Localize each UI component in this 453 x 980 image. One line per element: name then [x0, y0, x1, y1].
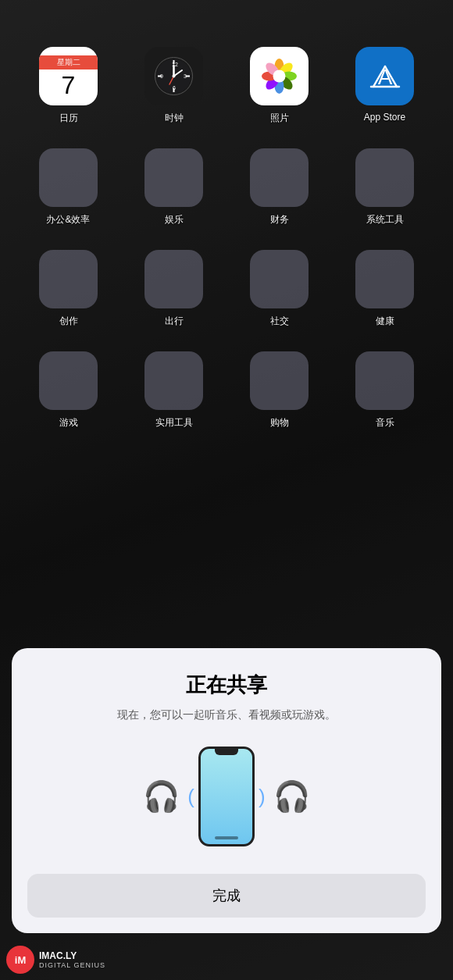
app-row-2: 办公&效率 娱乐: [16, 148, 437, 226]
watermark-name: IMAC.LY: [39, 950, 105, 961]
svg-text:6: 6: [173, 85, 176, 91]
folder-tools-box: [144, 351, 203, 410]
modal-title: 正在共享: [186, 672, 267, 699]
folder-system-label: 系统工具: [366, 213, 404, 226]
folder-entertainment[interactable]: 娱乐: [131, 148, 217, 226]
phone-device-icon: [198, 747, 255, 846]
folder-health[interactable]: 健康: [342, 250, 428, 328]
folder-finance-label: 财务: [270, 213, 289, 226]
left-sound-waves-icon: (: [187, 785, 194, 809]
folder-travel-label: 出行: [165, 315, 184, 328]
folder-tools[interactable]: 实用工具: [131, 351, 217, 429]
phone-notch: [215, 749, 238, 755]
app-row-3: 创作 出行: [16, 250, 437, 328]
photos-icon-box: [250, 47, 309, 105]
watermark-text: IMAC.LY DIGITAL GENIUS: [39, 950, 105, 969]
appstore-icon-box: A: [355, 47, 414, 105]
photos-app[interactable]: 照片: [237, 47, 323, 125]
folder-work-label: 办公&效率: [46, 213, 90, 226]
folder-music-box: [355, 351, 414, 410]
photos-label: 照片: [270, 112, 289, 125]
modal-subtitle: 现在，您可以一起听音乐、看视频或玩游戏。: [117, 707, 336, 723]
folder-system[interactable]: 系统工具: [342, 148, 428, 226]
folder-shopping-box: [250, 351, 309, 410]
folder-social[interactable]: 社交: [237, 250, 323, 328]
folder-social-label: 社交: [270, 315, 289, 328]
folder-social-box: [250, 250, 309, 308]
phone-home-bar: [215, 836, 238, 839]
folder-creative-label: 创作: [59, 315, 78, 328]
svg-text:12: 12: [172, 62, 178, 67]
folder-creative[interactable]: 创作: [26, 250, 112, 328]
folder-finance[interactable]: 财务: [237, 148, 323, 226]
clock-app[interactable]: 12 3 6 9 时钟: [131, 47, 217, 125]
calendar-app[interactable]: 星期二 7 日历: [26, 47, 112, 125]
right-sound-waves-icon: ): [259, 785, 266, 809]
folder-shopping-label: 购物: [270, 416, 289, 429]
folder-system-box: [355, 148, 414, 207]
svg-text:3: 3: [184, 73, 187, 79]
svg-text:9: 9: [160, 73, 163, 79]
calendar-icon-box: 星期二 7: [39, 47, 98, 105]
cal-day: 星期二: [39, 55, 98, 69]
folder-work-box: [39, 148, 98, 207]
app-row-1: 星期二 7 日历 12 3 6 9: [16, 47, 437, 125]
calendar-label: 日历: [59, 112, 78, 125]
watermark-tagline: DIGITAL GENIUS: [39, 961, 105, 969]
folder-music-label: 音乐: [376, 416, 394, 429]
folder-finance-box: [250, 148, 309, 207]
sharing-modal: 正在共享 现在，您可以一起听音乐、看视频或玩游戏。 🎧 ( ) 🎧 完成: [12, 648, 441, 933]
clock-icon-box: 12 3 6 9: [144, 47, 203, 105]
appstore-app[interactable]: A App Store: [342, 47, 428, 125]
folder-games-box: [39, 351, 98, 410]
folder-health-label: 健康: [376, 315, 394, 328]
clock-label: 时钟: [165, 112, 184, 125]
folder-work[interactable]: 办公&效率: [26, 148, 112, 226]
svg-point-23: [273, 70, 286, 83]
folder-entertainment-box: [144, 148, 203, 207]
folder-entertainment-label: 娱乐: [165, 213, 184, 226]
appstore-label: App Store: [364, 112, 405, 123]
app-row-4: 游戏 实用工具: [16, 351, 437, 429]
appstore-svg: A: [366, 57, 405, 96]
done-button[interactable]: 完成: [27, 874, 426, 918]
folder-travel[interactable]: 出行: [131, 250, 217, 328]
right-headphone-icon: 🎧: [273, 779, 310, 814]
clock-svg: 12 3 6 9: [152, 55, 195, 98]
folder-music[interactable]: 音乐: [342, 351, 428, 429]
folder-games-label: 游戏: [59, 416, 78, 429]
folder-games[interactable]: 游戏: [26, 351, 112, 429]
home-screen: 星期二 7 日历 12 3 6 9: [0, 0, 453, 469]
folder-health-box: [355, 250, 414, 308]
photos-svg: [258, 55, 301, 98]
folder-creative-box: [39, 250, 98, 308]
left-headphone-icon: 🎧: [143, 779, 180, 814]
folder-shopping[interactable]: 购物: [237, 351, 323, 429]
cal-date: 7: [62, 69, 76, 98]
svg-point-13: [173, 75, 176, 78]
sharing-illustration: 🎧 ( ) 🎧: [143, 747, 309, 846]
watermark-logo: iM: [6, 946, 34, 974]
watermark: iM IMAC.LY DIGITAL GENIUS: [6, 946, 105, 974]
folder-tools-label: 实用工具: [155, 416, 193, 429]
folder-travel-box: [144, 250, 203, 308]
